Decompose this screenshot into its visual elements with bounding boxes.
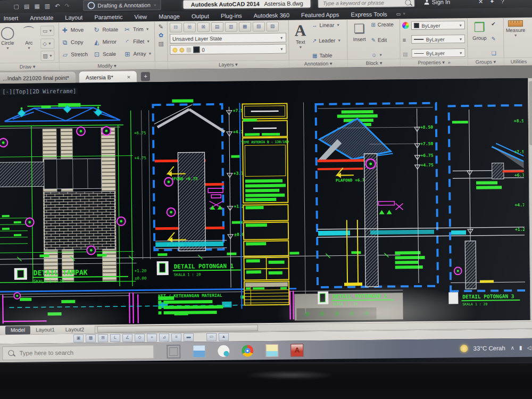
new-file-icon[interactable]: ▢ — [13, 3, 19, 10]
array-tool[interactable]: ⊞Array▼ — [123, 50, 152, 58]
vertical-scrollbar[interactable] — [528, 78, 532, 320]
utilities-panel-label[interactable]: Utilities — [504, 57, 532, 66]
text-tool[interactable]: A Text ▼ — [290, 21, 310, 60]
pencil-icon[interactable]: ✎ — [159, 23, 163, 30]
ortho-mode-icon[interactable]: L — [110, 334, 120, 342]
file-tab-indah[interactable]: ...Indah 221020 final point* — [0, 72, 76, 84]
workspace-dropdown[interactable]: Drafting & Annotation ▼ — [83, 0, 161, 11]
linetype-dropdown[interactable]: ByLayer▼ — [412, 48, 466, 57]
snap-mode-icon[interactable]: ▦ — [86, 334, 96, 342]
weather-sun-icon[interactable] — [460, 345, 468, 352]
file-tab-astersia[interactable]: Astersia B* × — [79, 71, 137, 83]
rotate-tool[interactable]: ↻Rotate — [93, 26, 118, 33]
block-attributes-tool[interactable]: ☺▼ — [371, 52, 394, 57]
table-tool[interactable]: ▦Table — [312, 53, 342, 59]
drawing-viewport[interactable]: DETAIL TAMPAK SKALA 1 : 20 — [0, 78, 526, 326]
dynamic-ucs-icon[interactable]: ⊿ — [159, 334, 169, 342]
model-space-icon[interactable]: ▭ — [206, 333, 217, 341]
chrome-icon[interactable] — [242, 345, 253, 356]
horizontal-scrollbar-thumb[interactable] — [97, 325, 258, 332]
wipeout-icon[interactable]: ▨ — [158, 40, 164, 47]
tab-plugins[interactable]: Plug-ins — [215, 11, 248, 20]
file-explorer-icon[interactable] — [193, 345, 205, 358]
ellipse-tool[interactable]: ◇▼ — [40, 38, 55, 48]
help-icon[interactable]: ? — [501, 0, 504, 5]
linear-dimension-tool[interactable]: ↔Linear▼ — [312, 22, 341, 29]
mirror-tool[interactable]: ◭Mirror — [93, 38, 119, 45]
tab-featured-apps[interactable]: Featured Apps — [295, 10, 345, 19]
lightbulb-icon[interactable] — [172, 47, 177, 52]
infocenter-search-input[interactable] — [322, 0, 405, 6]
search-icon[interactable] — [405, 0, 411, 5]
infocenter-search[interactable] — [318, 0, 415, 8]
task-view-icon[interactable] — [167, 344, 180, 358]
copy-tool[interactable]: ⧉Copy — [61, 38, 88, 46]
tab-parametric[interactable]: Parametric — [88, 12, 128, 21]
weather-text[interactable]: 33°C Cerah — [473, 345, 505, 352]
layer-prev-icon[interactable]: ▧ — [253, 22, 265, 31]
move-tool[interactable]: ✚Move — [61, 26, 88, 34]
tab-layout2[interactable]: Layout2 — [60, 325, 90, 334]
groups-panel-label[interactable]: Groups ▾ — [468, 57, 503, 66]
sun-freeze-icon[interactable] — [179, 47, 184, 52]
exchange-icon[interactable]: ✕ — [478, 0, 483, 5]
tab-layout1[interactable]: Layout1 — [30, 326, 60, 335]
layer-state-icon[interactable]: ▨ — [267, 22, 279, 31]
draw-panel-label[interactable]: Draw ▾ — [0, 62, 59, 71]
tab-model[interactable]: Model — [5, 326, 30, 334]
unlock-icon[interactable] — [186, 47, 191, 52]
otrack-icon[interactable]: ＋ — [147, 334, 157, 342]
save-icon[interactable]: ▦ — [34, 3, 40, 10]
hatch-tool[interactable]: ▨▼ — [40, 51, 55, 61]
transparency-icon[interactable]: ▤ — [403, 51, 410, 57]
revision-cloud-icon[interactable]: ✿ — [159, 32, 163, 39]
group-manager-icon[interactable]: ❏ — [492, 50, 496, 56]
tab-layout[interactable]: Layout — [59, 13, 88, 22]
group-tool[interactable]: ❒ Group — [470, 20, 489, 58]
fillet-tool[interactable]: ◜Fillet▼ — [123, 38, 152, 46]
tab-annotate[interactable]: Annotate — [24, 13, 59, 22]
block-panel-label[interactable]: Block ▾ — [348, 59, 400, 67]
autocad-taskbar-icon[interactable]: A — [290, 344, 303, 356]
battery-icon[interactable]: ▮ — [519, 345, 522, 351]
layer-lock-icon[interactable]: ▥ — [225, 22, 237, 32]
properties-panel-label[interactable]: Properties ▾ » — [401, 58, 468, 66]
app-icon-round[interactable] — [218, 345, 229, 356]
redo-icon[interactable]: ↷ — [64, 2, 69, 9]
tab-manage[interactable]: Manage — [153, 12, 186, 21]
tab-insert[interactable]: Insert — [0, 13, 24, 22]
layer-match-icon[interactable]: ▦ — [239, 22, 251, 31]
annotation-panel-label[interactable]: Annotation ▾ — [289, 59, 347, 68]
rectangle-tool[interactable]: ▭▼ — [40, 26, 55, 36]
color-wheel-icon[interactable] — [402, 22, 409, 29]
volume-icon[interactable]: ◁ — [527, 345, 531, 351]
lineweight-display-icon[interactable]: ▬ — [184, 333, 194, 341]
plot-icon[interactable]: ▥ — [45, 3, 51, 10]
windows-search-box[interactable] — [2, 345, 154, 360]
layer-properties-icon[interactable]: ⊟ — [170, 23, 182, 32]
measure-tool[interactable]: Measure ▼ — [505, 19, 526, 57]
ungroup-icon[interactable]: ✔ — [491, 21, 496, 27]
layer-color-swatch[interactable] — [193, 46, 200, 53]
open-file-icon[interactable]: ▤ — [24, 3, 30, 10]
annotation-scale-icon[interactable]: ▲ — [219, 333, 229, 341]
infer-constraints-icon[interactable]: ▣ — [73, 335, 84, 343]
lineweight-icon[interactable]: ≡ — [403, 37, 410, 43]
viewport-controls[interactable]: [-][Top][2D Wireframe] — [1, 88, 78, 95]
group-edit-icon[interactable]: ✎ — [491, 36, 496, 41]
tray-chevron-icon[interactable]: ∧ — [511, 345, 514, 351]
edit-block-tool[interactable]: ✎Edit — [371, 37, 394, 43]
dynamic-input-icon[interactable]: ≡ — [171, 334, 181, 342]
create-block-tool[interactable]: ⊞Create — [371, 21, 394, 27]
layer-off-icon[interactable]: ⊞ — [184, 22, 196, 32]
sign-in[interactable]: Sign In — [425, 0, 450, 5]
layer-isolate-icon[interactable]: ⊠ — [197, 22, 210, 32]
polar-tracking-icon[interactable]: ∠ — [122, 334, 132, 342]
trim-tool[interactable]: ✂Trim▼ — [123, 26, 152, 34]
arc-tool[interactable]: ⌒ Arc ▼ — [19, 24, 39, 62]
grid-display-icon[interactable]: ⊞ — [98, 334, 108, 342]
undo-icon[interactable]: ↶ — [55, 3, 60, 10]
tab-express-tools[interactable]: Express Tools — [345, 10, 393, 19]
windows-search-input[interactable] — [18, 348, 148, 357]
layer-freeze-icon[interactable]: ▤ — [211, 22, 223, 32]
